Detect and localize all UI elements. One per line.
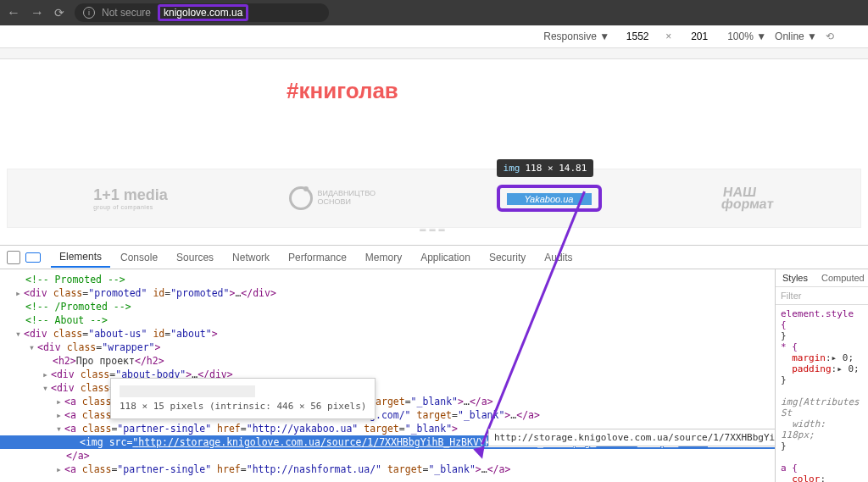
expand-icon[interactable]: ▸ (42, 368, 51, 380)
inspect-highlight: Yakaboo.ua (497, 185, 602, 212)
forward-icon[interactable]: → (31, 5, 44, 20)
rotate-icon[interactable]: ⟲ (826, 30, 834, 42)
image-dims-tooltip: 118 × 15 pixels (intrinsic: 446 × 56 pix… (110, 378, 376, 419)
partner-osnovy[interactable]: ВИДАВНИЦТВО ОСНОВИ (289, 186, 376, 210)
tooltip-tag: img (504, 163, 520, 174)
dimension-separator: × (665, 30, 671, 42)
expand-icon[interactable]: ▸ (56, 463, 64, 475)
partner-1plus1-sub: group of companies (93, 204, 168, 210)
reload-icon[interactable]: ⟳ (54, 6, 64, 19)
collapse-icon[interactable]: ▾ (42, 382, 51, 394)
devtools-tabs: Elements Console Sources Network Perform… (0, 246, 868, 269)
elements-tree[interactable]: <!-- Promoted --> ▸<div class="promoted"… (0, 269, 775, 482)
expand-icon[interactable]: ▸ (15, 287, 24, 299)
comment-promoted-end: <!-- /Promoted --> (25, 301, 131, 313)
partner-yakaboo[interactable]: img 118 × 14.81 Yakaboo.ua (497, 185, 602, 212)
tab-styles[interactable]: Styles (776, 269, 815, 286)
security-status: Not secure (102, 7, 151, 19)
blur-placeholder (120, 385, 255, 397)
partner-nashformat[interactable]: НАШ формат (721, 186, 776, 211)
tooltip-dims: 118 × 14.81 (525, 163, 587, 174)
tab-sources[interactable]: Sources (168, 248, 222, 267)
address-bar[interactable]: i Not secure knigolove.com.ua (75, 3, 329, 22)
tab-memory[interactable]: Memory (357, 248, 410, 267)
collapse-icon[interactable]: ▾ (29, 341, 37, 353)
responsive-dropdown[interactable]: Responsive ▼ (543, 30, 609, 42)
page-viewport: #книголав 1+1 media group of companies В… (0, 59, 868, 245)
osnovy-line1: ВИДАВНИЦТВО (318, 189, 376, 197)
tab-security[interactable]: Security (481, 248, 534, 267)
tab-elements[interactable]: Elements (51, 247, 110, 268)
collapse-icon[interactable]: ▾ (15, 328, 24, 340)
url-preview-tooltip: http://storage.knigolove.com.ua/source/1… (488, 429, 775, 446)
url-text: knigolove.com.ua (164, 7, 242, 19)
inspect-tooltip: img 118 × 14.81 (497, 159, 594, 177)
styles-pane: Styles Computed Filter element.style { }… (775, 269, 868, 482)
collapse-icon[interactable]: ▾ (56, 423, 64, 435)
tab-application[interactable]: Application (412, 248, 479, 267)
devtools-panel: Elements Console Sources Network Perform… (0, 245, 868, 482)
comment-about: <!-- About --> (25, 314, 108, 326)
styles-rules[interactable]: element.style { } * { margin:▸ 0; paddin… (776, 305, 868, 482)
zoom-dropdown[interactable]: 100% ▼ (727, 30, 766, 42)
partner-1plus1[interactable]: 1+1 media group of companies (93, 186, 168, 210)
img-attr-rule: img[Attributes St (781, 396, 863, 418)
viewport-width-input[interactable] (618, 30, 657, 42)
device-toolbar: Responsive ▼ × 100% ▼ Online ▼ ⟲ (0, 25, 868, 47)
browser-chrome-bar: ← → ⟳ i Not secure knigolove.com.ua (0, 0, 868, 25)
osnovy-line2: ОСНОВИ (318, 197, 351, 206)
styles-filter[interactable]: Filter (776, 287, 868, 305)
info-icon[interactable]: i (83, 7, 95, 19)
url-highlight: knigolove.com.ua (158, 4, 248, 21)
partners-row: 1+1 media group of companies ВИДАВНИЦТВО… (7, 169, 861, 228)
tab-network[interactable]: Network (224, 248, 278, 267)
comment-promoted: <!-- Promoted --> (25, 274, 125, 285)
brand-logo: #книголав (287, 78, 836, 104)
osnovy-icon (289, 186, 313, 210)
ruler (0, 47, 868, 59)
tab-performance[interactable]: Performance (280, 248, 355, 267)
tab-console[interactable]: Console (112, 248, 166, 267)
throttle-dropdown[interactable]: Online ▼ (775, 30, 817, 42)
nashformat-line2: формат (721, 197, 775, 211)
url-preview-text: http://storage.knigolove.com.ua/source/1… (494, 432, 775, 443)
partner-1plus1-label: 1+1 media (93, 186, 168, 203)
viewport-height-input[interactable] (680, 30, 719, 42)
expand-icon[interactable]: ▸ (56, 409, 64, 421)
device-mode-icon[interactable] (25, 252, 41, 263)
expand-icon[interactable]: ▸ (56, 396, 64, 407)
intrinsic-text: 118 × 15 pixels (intrinsic: 446 × 56 pix… (120, 401, 366, 412)
tab-computed[interactable]: Computed (815, 269, 868, 286)
back-icon[interactable]: ← (7, 5, 20, 20)
element-picker-icon[interactable] (7, 251, 20, 264)
